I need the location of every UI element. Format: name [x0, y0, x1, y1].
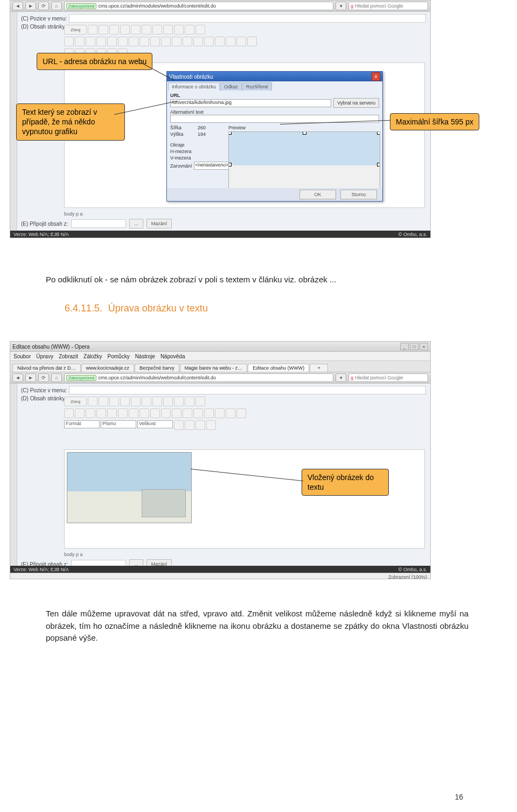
- menu-item[interactable]: Nápověda: [160, 353, 185, 359]
- toolbar-btn[interactable]: [236, 408, 246, 418]
- toolbar-btn[interactable]: [86, 408, 95, 418]
- menu-item[interactable]: Pomůcky: [108, 353, 130, 359]
- toolbar-btn[interactable]: [183, 37, 192, 46]
- toolbar-btn[interactable]: [215, 408, 225, 418]
- browser-tab[interactable]: Bezpečné barvy: [135, 364, 179, 372]
- tab-link[interactable]: Odkaz: [220, 82, 242, 91]
- cancel-button[interactable]: Storno: [340, 190, 377, 199]
- dropdown-icon[interactable]: ▾: [336, 2, 346, 10]
- menu-item[interactable]: Zobrazit: [59, 353, 78, 359]
- browser-tab[interactable]: www.kocicnadeje.cz: [81, 364, 135, 372]
- toolbar-btn[interactable]: [236, 37, 246, 46]
- toolbar-btn[interactable]: [152, 25, 162, 34]
- forward-button[interactable]: ►: [25, 373, 36, 382]
- minimize-icon[interactable]: _: [400, 343, 409, 350]
- menu-position-input[interactable]: [69, 386, 426, 394]
- toolbar-btn[interactable]: [142, 25, 151, 34]
- toolbar-btn[interactable]: [118, 408, 128, 418]
- toolbar-btn[interactable]: [183, 408, 192, 418]
- toolbar-btn[interactable]: [142, 397, 151, 406]
- toolbar-btn[interactable]: [129, 408, 138, 418]
- reload-button[interactable]: ⟳: [38, 2, 49, 10]
- toolbar-btn[interactable]: [64, 408, 74, 418]
- url-input[interactable]: /univerzita/kde/knihovna.jpg: [170, 99, 331, 107]
- editor-canvas-2[interactable]: [64, 449, 425, 549]
- menu-item[interactable]: Úpravy: [36, 353, 53, 359]
- toolbar-btn[interactable]: [193, 37, 203, 46]
- toolbar-btn[interactable]: [109, 397, 119, 406]
- toolbar-btn[interactable]: [150, 408, 160, 418]
- format-select[interactable]: Formát: [64, 420, 100, 428]
- toolbar-btn[interactable]: [150, 37, 160, 46]
- toolbar-btn[interactable]: [204, 37, 214, 46]
- toolbar-btn[interactable]: [129, 37, 138, 46]
- toolbar-btn[interactable]: [86, 37, 95, 46]
- toolbar-btn[interactable]: [109, 25, 119, 34]
- toolbar-btn[interactable]: [96, 37, 106, 46]
- menu-item[interactable]: Záložky: [83, 353, 102, 359]
- search-box[interactable]: g Hledat pomocí Google: [348, 2, 428, 10]
- toolbar-btn[interactable]: [163, 25, 173, 34]
- toolbar-btn[interactable]: [99, 397, 108, 406]
- source-button[interactable]: Zdroj: [64, 25, 87, 34]
- toolbar-btn[interactable]: [226, 37, 235, 46]
- back-button[interactable]: ◄: [12, 2, 23, 10]
- ok-button[interactable]: OK: [299, 190, 336, 199]
- toolbar-btn[interactable]: [139, 37, 149, 46]
- browse-server-button[interactable]: Vybrat na serveru: [333, 98, 379, 108]
- forward-button[interactable]: ►: [25, 2, 36, 10]
- toolbar-btn[interactable]: [161, 37, 171, 46]
- home-button[interactable]: ⌂: [51, 373, 62, 382]
- toolbar-btn[interactable]: [88, 397, 97, 406]
- menu-position-input[interactable]: [69, 14, 426, 23]
- new-tab-button[interactable]: +: [310, 364, 328, 372]
- toolbar-btn[interactable]: [195, 25, 205, 34]
- toolbar-btn[interactable]: [99, 25, 108, 34]
- toolbar-btn[interactable]: [185, 25, 194, 34]
- tab-image-info[interactable]: Informace o obrázku: [168, 82, 220, 91]
- size-select[interactable]: Velikost: [137, 420, 173, 428]
- reload-button[interactable]: ⟳: [38, 373, 49, 382]
- menu-item[interactable]: Nástroje: [135, 353, 155, 359]
- toolbar-btn[interactable]: [226, 408, 235, 418]
- toolbar-btn[interactable]: [88, 25, 97, 34]
- toolbar-btn[interactable]: [107, 37, 117, 46]
- toolbar-btn[interactable]: [139, 408, 149, 418]
- home-button[interactable]: ⌂: [51, 2, 62, 10]
- toolbar-btn[interactable]: [118, 37, 128, 46]
- address-bar[interactable]: Zabezpečené cms.upce.cz/admin/modules/we…: [64, 373, 333, 382]
- maximize-icon[interactable]: □: [410, 343, 418, 350]
- browser-tab[interactable]: Návod na přenos dat z D…: [12, 364, 81, 372]
- toolbar-btn[interactable]: [161, 408, 171, 418]
- toolbar-btn[interactable]: [195, 397, 205, 406]
- toolbar-btn[interactable]: [247, 37, 257, 46]
- toolbar-btn[interactable]: [64, 37, 74, 46]
- toolbar-btn[interactable]: [206, 420, 216, 430]
- toolbar-btn[interactable]: [172, 37, 181, 46]
- toolbar-btn[interactable]: [195, 420, 205, 430]
- toolbar-btn[interactable]: [174, 420, 184, 430]
- height-input[interactable]: 194: [198, 131, 219, 137]
- back-button[interactable]: ◄: [12, 373, 23, 382]
- browser-tab-active[interactable]: Editace obsahu (WWW): [248, 364, 309, 372]
- browser-tab[interactable]: Magie barev na webu - z…: [180, 364, 248, 372]
- menu-item[interactable]: Soubor: [13, 353, 31, 359]
- source-button[interactable]: Zdroj: [64, 397, 87, 406]
- inserted-image[interactable]: [67, 452, 192, 523]
- font-select[interactable]: Písmo: [101, 420, 136, 428]
- toolbar-btn[interactable]: [75, 408, 85, 418]
- toolbar-btn[interactable]: [204, 408, 214, 418]
- toolbar-btn[interactable]: [107, 408, 117, 418]
- browse-button[interactable]: ...: [129, 219, 143, 228]
- dialog-titlebar[interactable]: Vlastnosti obrázku ×: [167, 72, 382, 81]
- toolbar-btn[interactable]: [185, 397, 194, 406]
- close-icon[interactable]: ×: [372, 72, 380, 81]
- toolbar-btn[interactable]: [174, 397, 184, 406]
- tab-advanced[interactable]: Rozšířené: [242, 82, 272, 91]
- toolbar-btn[interactable]: [193, 408, 203, 418]
- toolbar-btn[interactable]: [172, 408, 181, 418]
- toolbar-btn[interactable]: [174, 25, 184, 34]
- delete-button[interactable]: Mazání: [146, 219, 172, 228]
- close-icon[interactable]: ×: [420, 343, 428, 350]
- toolbar-btn[interactable]: [185, 420, 194, 430]
